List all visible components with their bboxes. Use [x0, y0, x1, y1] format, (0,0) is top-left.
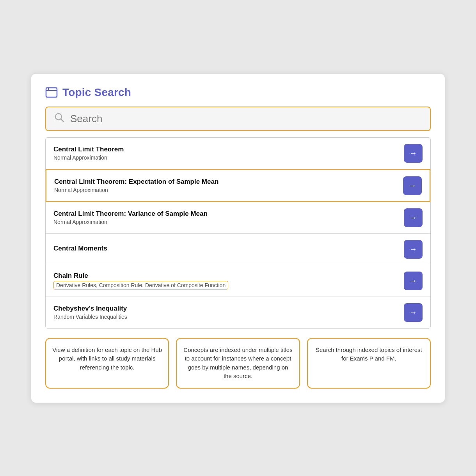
annotation-text-1: View a definition for each topic on the … — [52, 346, 162, 371]
arrow-icon: → — [409, 276, 417, 285]
topic-content: Central Limit Theorem: Variance of Sampl… — [53, 210, 396, 225]
annotation-text-3: Search through indexed topics of interes… — [316, 346, 422, 362]
annotation-text-2: Concepts are indexed under multiple titl… — [183, 346, 292, 380]
topic-subtitle: Random Variables Inequalities — [53, 314, 396, 320]
search-box[interactable] — [45, 107, 431, 131]
table-row: Chebyshev's Inequality Random Variables … — [46, 297, 430, 328]
arrow-icon: → — [409, 213, 417, 222]
topic-navigate-button[interactable]: → — [404, 144, 423, 163]
page-title: Topic Search — [62, 86, 131, 99]
topic-title: Central Limit Theorem — [53, 146, 396, 153]
topic-content: Chebyshev's Inequality Random Variables … — [53, 305, 396, 320]
annotation-box-3: Search through indexed topics of interes… — [307, 338, 431, 389]
svg-point-3 — [55, 114, 62, 120]
topic-subtitle: Normal Approximation — [53, 155, 396, 161]
annotation-box-2: Concepts are indexed under multiple titl… — [176, 338, 300, 389]
arrow-icon: → — [409, 245, 417, 254]
topic-search-icon — [45, 86, 58, 99]
topics-wrapper: Central Limit Theorem Normal Approximati… — [45, 137, 431, 329]
topic-title: Central Limit Theorem: Expectation of Sa… — [54, 178, 395, 186]
arrow-icon: → — [409, 181, 416, 190]
annotations-section: View a definition for each topic on the … — [45, 338, 431, 389]
topic-subtitle: Derivative Rules, Composition Rule, Deri… — [53, 281, 228, 290]
topic-content: Central Limit Theorem: Expectation of Sa… — [54, 178, 395, 193]
topic-navigate-button[interactable]: → — [403, 176, 422, 195]
topic-title: Central Moments — [53, 245, 396, 252]
search-icon — [54, 112, 65, 126]
topic-navigate-button[interactable]: → — [404, 240, 423, 259]
topics-list: Central Limit Theorem Normal Approximati… — [45, 137, 431, 329]
main-card: Topic Search Central Limit Theorem Norma… — [31, 74, 445, 403]
topic-subtitle: Normal Approximation — [54, 187, 395, 193]
arrow-icon: → — [409, 149, 417, 158]
search-input[interactable] — [70, 113, 422, 125]
topic-title: Chain Rule — [53, 272, 396, 280]
topic-navigate-button[interactable]: → — [404, 303, 423, 322]
table-row: Central Limit Theorem Normal Approximati… — [46, 138, 430, 169]
topic-navigate-button[interactable]: → — [404, 272, 423, 290]
topic-navigate-button[interactable]: → — [404, 208, 423, 227]
arrow-icon: → — [409, 308, 417, 317]
topic-content: Central Moments — [53, 245, 396, 254]
topic-subtitle: Normal Approximation — [53, 219, 396, 225]
topic-content: Chain Rule Derivative Rules, Composition… — [53, 272, 396, 290]
svg-line-4 — [61, 119, 64, 122]
header: Topic Search — [45, 86, 431, 99]
table-row: Chain Rule Derivative Rules, Composition… — [46, 265, 430, 297]
topic-title: Chebyshev's Inequality — [53, 305, 396, 313]
table-row: Central Moments → — [46, 234, 430, 265]
topic-content: Central Limit Theorem Normal Approximati… — [53, 146, 396, 161]
svg-rect-0 — [46, 88, 57, 97]
topic-title: Central Limit Theorem: Variance of Sampl… — [53, 210, 396, 218]
table-row: Central Limit Theorem: Variance of Sampl… — [46, 202, 430, 234]
annotation-box-1: View a definition for each topic on the … — [45, 338, 169, 389]
table-row: Central Limit Theorem: Expectation of Sa… — [46, 169, 430, 202]
